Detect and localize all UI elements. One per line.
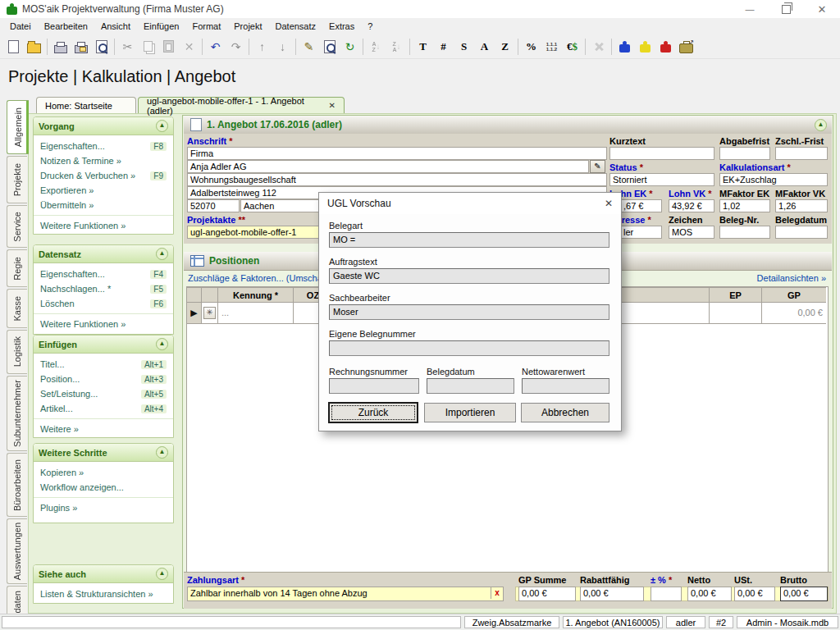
- tab-angebot[interactable]: ugl-angebot-mobile-offer-1 - 1. Angebot …: [138, 97, 345, 113]
- panel-datensatz-header[interactable]: Datensatz ▲: [34, 245, 173, 263]
- panel-siehe-auch-header[interactable]: Siehe auch ▲: [34, 565, 173, 583]
- col-ep-header[interactable]: EP: [710, 287, 762, 303]
- rechnungsnummer-field[interactable]: [329, 378, 419, 394]
- sidebar-item-exportieren[interactable]: Exportieren »: [34, 183, 173, 198]
- print-button[interactable]: [50, 37, 71, 57]
- module-red-button[interactable]: [655, 37, 676, 57]
- brutto-field[interactable]: 0,00 €: [780, 587, 828, 601]
- ust-field[interactable]: 0,00 €: [734, 587, 775, 601]
- status-field[interactable]: Storniert: [609, 173, 714, 186]
- sidebar-item-plugins[interactable]: Plugins »: [34, 500, 173, 515]
- tab-home[interactable]: Home: Startseite: [36, 97, 136, 113]
- collapse-icon[interactable]: ▲: [815, 119, 827, 131]
- sidebar-item-weitere[interactable]: Weitere »: [34, 422, 173, 436]
- kalkulationsart-field[interactable]: EK+Zuschlag: [719, 173, 828, 186]
- zurueck-button[interactable]: Zurück: [329, 403, 418, 422]
- currency-button[interactable]: €$: [562, 37, 582, 57]
- panel-einfuegen-header[interactable]: Einfügen ▲: [34, 336, 173, 354]
- zeichen-field[interactable]: MOS: [669, 226, 714, 239]
- vtab-logistik[interactable]: Logistik: [7, 330, 27, 374]
- belegdatum-field[interactable]: [775, 226, 828, 239]
- module-blue-button[interactable]: [614, 37, 635, 57]
- detailansichten-link[interactable]: Detailansichten »: [757, 273, 826, 283]
- restore-button[interactable]: [768, 0, 804, 18]
- mfaktor-vk-field[interactable]: 1,26: [775, 199, 828, 212]
- nettowarenwert-field[interactable]: [522, 378, 609, 394]
- numbering-button[interactable]: 1.1.11.1.2: [541, 37, 562, 57]
- print-send-button[interactable]: [71, 37, 91, 57]
- lohn-vk-field[interactable]: 43,92 €: [669, 199, 714, 212]
- module-yellow-button[interactable]: [635, 37, 655, 57]
- sidebar-item-drucken[interactable]: Drucken & Verbuchen »F9: [34, 168, 173, 183]
- minimize-button[interactable]: —: [732, 0, 768, 18]
- beleg-nr-field[interactable]: [719, 226, 770, 239]
- percent-button[interactable]: %: [521, 37, 541, 57]
- dialog-belegdatum-field[interactable]: [427, 378, 514, 394]
- vtab-projekte[interactable]: Projekte: [7, 156, 27, 203]
- sum-button[interactable]: Z: [495, 37, 515, 57]
- kurztext-field[interactable]: [609, 147, 714, 160]
- zschl-frist-field[interactable]: [775, 147, 828, 160]
- panel-weitere-schritte-header[interactable]: Weitere Schritte ▲: [34, 444, 173, 462]
- collapse-icon[interactable]: ▲: [156, 338, 168, 350]
- sidebar-item-uebermitteln[interactable]: Übermitteln »: [34, 198, 173, 212]
- collapse-icon[interactable]: ▲: [156, 120, 168, 132]
- sidebar-item-ds-eigenschaften[interactable]: Eigenschaften...F4: [34, 267, 173, 281]
- vtab-auswertungen[interactable]: Auswertungen: [7, 518, 27, 584]
- sachbearbeiter-field[interactable]: Moser: [329, 304, 609, 320]
- preview-button[interactable]: [91, 37, 112, 57]
- abbrechen-button[interactable]: Abbrechen: [521, 403, 609, 422]
- menu-ansicht[interactable]: Ansicht: [94, 20, 137, 33]
- row-ep-cell[interactable]: [710, 303, 762, 324]
- belegart-field[interactable]: MO =: [329, 232, 609, 248]
- vtab-allgemein[interactable]: Allgemein: [7, 100, 29, 154]
- text-button[interactable]: T: [413, 37, 433, 57]
- row-gp-cell[interactable]: 0,00 €: [762, 303, 826, 324]
- set-button[interactable]: S: [454, 37, 474, 57]
- vtab-service[interactable]: Service: [7, 205, 27, 248]
- sidebar-item-titel[interactable]: Titel...Alt+1: [34, 357, 173, 372]
- menu-bearbeiten[interactable]: Bearbeiten: [38, 20, 94, 33]
- lookup-button[interactable]: [319, 37, 340, 57]
- abgabefrist-field[interactable]: [719, 147, 770, 160]
- tab-close-icon[interactable]: ✕: [329, 101, 336, 110]
- col-gp-header[interactable]: GP: [762, 287, 826, 303]
- menu-einfuegen[interactable]: Einfügen: [137, 20, 185, 33]
- collapse-icon[interactable]: ▲: [156, 248, 168, 260]
- sidebar-item-workflow[interactable]: Workflow anzeigen...: [34, 480, 173, 495]
- anschrift-line1-field[interactable]: Firma: [187, 147, 607, 160]
- auftragstext-field[interactable]: Gaeste WC: [329, 268, 609, 284]
- edit-button[interactable]: ✎: [299, 37, 319, 57]
- open-button[interactable]: [24, 37, 44, 57]
- mfaktor-ek-field[interactable]: 1,02: [719, 199, 770, 212]
- sidebar-item-position[interactable]: Position...Alt+3: [34, 372, 173, 386]
- gp-summe-field[interactable]: 0,00 €: [518, 587, 576, 601]
- sidebar-item-nachschlagen[interactable]: Nachschlagen... *F5: [34, 281, 173, 296]
- importieren-button[interactable]: Importieren: [424, 403, 516, 422]
- sidebar-item-ds-weitere-funktionen[interactable]: Weitere Funktionen »: [34, 317, 173, 331]
- address-assign-button[interactable]: ✎: [590, 160, 605, 173]
- new-button[interactable]: [3, 37, 24, 57]
- sidebar-item-setleistung[interactable]: Set/Leistung...Alt+5: [34, 386, 173, 401]
- sidebar-item-kopieren[interactable]: Kopieren »: [34, 465, 173, 480]
- anschrift-line2-field[interactable]: Anja Adler AG: [187, 160, 589, 173]
- close-button[interactable]: ✕: [804, 0, 840, 18]
- vtab-kasse[interactable]: Kasse: [7, 289, 27, 328]
- collapse-icon[interactable]: ▲: [156, 568, 168, 580]
- dialog-close-icon[interactable]: ✕: [605, 198, 613, 209]
- rabattfaehig-field[interactable]: 0,00 €: [580, 587, 644, 601]
- menu-hilfe[interactable]: ?: [361, 20, 379, 33]
- vtab-regie[interactable]: Regie: [7, 249, 27, 287]
- briefcase-button[interactable]: [676, 37, 696, 57]
- anschrift-line3-field[interactable]: Wohnungsbaugesellschaft: [187, 173, 607, 186]
- row-icon-cell[interactable]: ✳: [202, 303, 218, 324]
- vtab-bueroarbeiten[interactable]: Büroarbeiten: [7, 453, 27, 517]
- panel-vorgang-header[interactable]: Vorgang ▲: [34, 117, 173, 135]
- article-button[interactable]: A: [474, 37, 495, 57]
- collapse-icon[interactable]: ▲: [156, 446, 168, 459]
- sidebar-item-weitere-funktionen[interactable]: Weitere Funktionen »: [34, 218, 173, 233]
- menu-format[interactable]: Format: [185, 20, 227, 33]
- netto-field[interactable]: 0,00 €: [687, 587, 732, 601]
- sidebar-item-eigenschaften[interactable]: Eigenschaften...F8: [34, 139, 173, 153]
- sidebar-item-artikel[interactable]: Artikel...Alt+4: [34, 401, 173, 416]
